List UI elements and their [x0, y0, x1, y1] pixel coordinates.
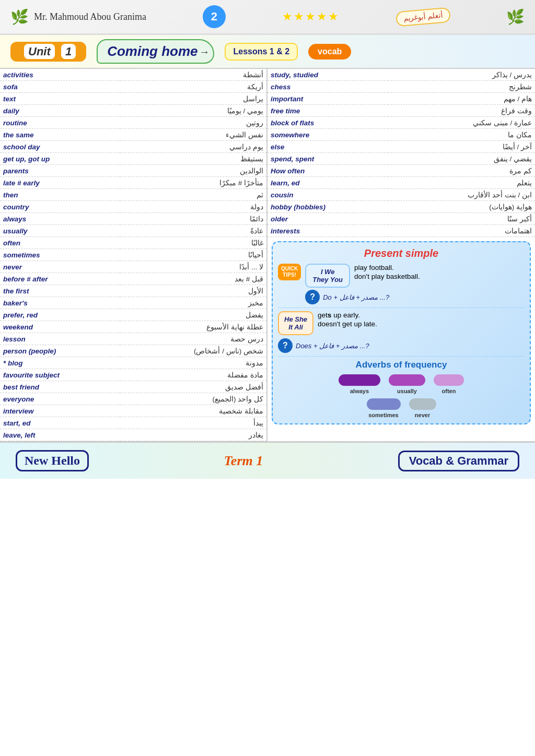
- adverb-often: often: [434, 374, 464, 394]
- top-header: 🌿 Mr. Mahmoud Abou Granima 2 ★★★★★ أتعلم…: [0, 0, 535, 35]
- adverb-always: always: [339, 374, 380, 394]
- vocab-en: usually: [0, 225, 120, 237]
- vocab-ar: مقابلة شخصية: [120, 405, 267, 417]
- vocab-ar: الأول: [120, 285, 267, 297]
- vocab-ar: يوم دراسي: [120, 141, 267, 153]
- sometimes-label: sometimes: [368, 412, 398, 418]
- vocab-ar: أكبر سنًا: [388, 213, 535, 225]
- vocab-en: never: [0, 261, 120, 273]
- left-vocab-row: best friend أفضل صديق: [0, 381, 266, 393]
- left-vocab-row: sofa أريكة: [0, 81, 266, 93]
- vocab-ar: أحيانًا: [120, 249, 267, 261]
- vocab-en: baker's: [0, 297, 120, 309]
- left-vocab-row: school day يوم دراسي: [0, 141, 266, 153]
- left-vocab-row: routine روتين: [0, 117, 266, 129]
- logo-right: أتعلم أبوغريم: [396, 7, 451, 27]
- vocab-ar: يستيقظ: [120, 153, 267, 165]
- vocab-ar: دائمًا: [120, 213, 267, 225]
- often-pill: [434, 374, 464, 386]
- vocab-ar: ابن / بنت أحد الأقارب: [388, 189, 535, 201]
- unit-number-circle: 2: [203, 5, 226, 28]
- vocab-en: somewhere: [268, 129, 388, 141]
- often-label: often: [442, 388, 456, 394]
- vocab-en: chess: [268, 81, 388, 93]
- vocab-ar: درس حصة: [120, 333, 267, 345]
- vocab-ar: وقت فراغ: [388, 105, 535, 117]
- grammar-divider: [278, 308, 525, 308]
- vocab-en: school day: [0, 141, 120, 153]
- vocab-ar: يفضل: [120, 309, 267, 321]
- left-vocab-row: text يراسل: [0, 93, 266, 105]
- usually-label: usually: [397, 388, 417, 394]
- left-vocab-row: person (people) شخص (ناس / أشخاص): [0, 345, 266, 357]
- footer: New Hello Term 1 Vocab & Grammar: [0, 441, 535, 479]
- vocab-en: sometimes: [0, 249, 120, 261]
- unit-num: 1: [61, 44, 76, 59]
- right-plant-icon: 🌿: [506, 8, 525, 26]
- left-vocab-table: activities أنشطة sofa أريكة text يراسل d…: [0, 69, 266, 441]
- left-vocab-row: daily يومي / يوميًا: [0, 105, 266, 117]
- right-vocab-row: hobby (hobbies) هواية (هوايات): [268, 201, 535, 213]
- left-vocab-row: everyone كل واحد (الجميع): [0, 393, 266, 405]
- vocab-ar: نفس الشيء: [120, 129, 267, 141]
- vocab-en: parents: [0, 165, 120, 177]
- vocab-en: the first: [0, 285, 120, 297]
- vocab-en: best friend: [0, 381, 120, 393]
- does-formula: ?... مصدر + فاعل + Does: [296, 342, 369, 350]
- vocab-ar: مخبز: [120, 297, 267, 309]
- vocab-en: interests: [268, 225, 388, 237]
- vocab-ar: يغادر: [120, 429, 267, 441]
- adverb-never: never: [409, 398, 436, 418]
- vocab-ar: مكان ما: [388, 129, 535, 141]
- right-vocab-row: block of flats عمارة / مبنى سكني: [268, 117, 535, 129]
- rule-doesnt: doesn't get up late.: [318, 320, 525, 328]
- right-vocab-row: learn, ed يتعلم: [268, 177, 535, 189]
- vocab-ar: غالبًا: [120, 237, 267, 249]
- right-vocab-row: older أكبر سنًا: [268, 213, 535, 225]
- left-vocab-column: activities أنشطة sofa أريكة text يراسل d…: [0, 69, 268, 441]
- right-vocab-row: chess شطرنج: [268, 81, 535, 93]
- vocab-en: the same: [0, 129, 120, 141]
- unit-badge: Unit 1: [10, 42, 86, 62]
- vocab-ar: هام / مهم: [388, 93, 535, 105]
- left-vocab-row: often غالبًا: [0, 237, 266, 249]
- vocab-grammar: Vocab & Grammar: [398, 451, 519, 471]
- vocab-ar: الوالدين: [120, 165, 267, 177]
- left-vocab-row: * blog مدونة: [0, 357, 266, 369]
- title-bar: Unit 1 Coming home Lessons 1 & 2 vocab: [0, 35, 535, 69]
- vocab-ar: مدونة: [120, 357, 267, 369]
- left-vocab-row: late # early متأخرًا # مبكرًا: [0, 177, 266, 189]
- rule-play: play football.: [354, 264, 420, 271]
- adverbs-row1: always usually often: [278, 374, 525, 394]
- vocab-ar: آخر / أيضًا: [388, 141, 535, 153]
- vocab-ar: أنشطة: [120, 69, 267, 81]
- pronoun-hesheit: He She It Ali: [278, 311, 313, 335]
- vocab-ar: عمارة / مبنى سكني: [388, 117, 535, 129]
- left-vocab-row: parents الوالدين: [0, 165, 266, 177]
- left-vocab-row: interview مقابلة شخصية: [0, 405, 266, 417]
- vocab-ar: يدرس / يذاكر: [388, 69, 535, 81]
- right-vocab-row: cousin ابن / بنت أحد الأقارب: [268, 189, 535, 201]
- new-hello: New Hello: [16, 450, 89, 471]
- vocab-ar: متأخرًا # مبكرًا: [120, 177, 267, 189]
- vocab-en: country: [0, 201, 120, 213]
- vocab-en: hobby (hobbies): [268, 201, 388, 213]
- vocab-badge: vocab: [308, 44, 351, 60]
- lessons-badge: Lessons 1 & 2: [225, 43, 298, 61]
- he-she-rules: gets up early. doesn't get up late.: [318, 311, 525, 328]
- vocab-ar: مادة مفضلة: [120, 369, 267, 381]
- always-label: always: [350, 388, 369, 394]
- teacher-name: Mr. Mahmoud Abou Granima: [34, 11, 146, 22]
- left-vocab-row: leave, left يغادر: [0, 429, 266, 441]
- grammar-divider2: [278, 356, 525, 357]
- vocab-ar: لا ... أبدًا: [120, 261, 267, 273]
- vocab-en: spend, spent: [268, 153, 388, 165]
- vocab-ar: يقضي / ينفق: [388, 153, 535, 165]
- left-vocab-row: start, ed يبدأ: [0, 417, 266, 429]
- vocab-en: important: [268, 93, 388, 105]
- grammar-box: Present simple QUICKTIPS! I We They You …: [272, 241, 531, 424]
- vocab-ar: أريكة: [120, 81, 267, 93]
- vocab-en: interview: [0, 405, 120, 417]
- vocab-ar: شطرنج: [388, 81, 535, 93]
- right-vocab-row: How often كم مرة: [268, 165, 535, 177]
